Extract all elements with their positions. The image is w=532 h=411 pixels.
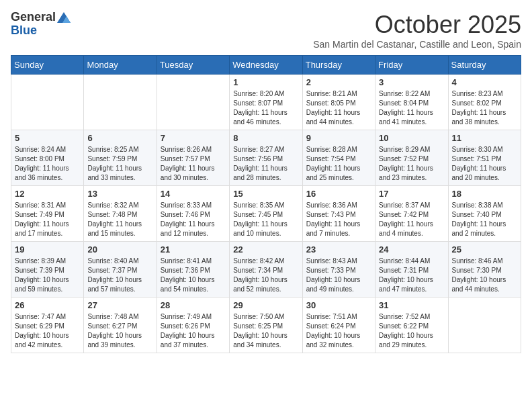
- calendar-cell: 21Sunrise: 8:41 AM Sunset: 7:36 PM Dayli…: [157, 242, 229, 298]
- calendar-week-row: 1Sunrise: 8:20 AM Sunset: 8:07 PM Daylig…: [11, 75, 521, 130]
- day-info: Sunrise: 8:25 AM Sunset: 7:59 PM Dayligh…: [87, 145, 152, 183]
- logo-general: General: [11, 11, 56, 24]
- calendar-cell: 6Sunrise: 8:25 AM Sunset: 7:59 PM Daylig…: [84, 130, 157, 186]
- day-info: Sunrise: 8:21 AM Sunset: 8:05 PM Dayligh…: [306, 89, 371, 127]
- day-info: Sunrise: 8:24 AM Sunset: 8:00 PM Dayligh…: [15, 145, 80, 183]
- calendar-cell: 29Sunrise: 7:50 AM Sunset: 6:25 PM Dayli…: [230, 298, 302, 353]
- day-number: 12: [15, 189, 80, 199]
- day-number: 23: [306, 244, 371, 255]
- calendar-cell: 13Sunrise: 8:32 AM Sunset: 7:48 PM Dayli…: [84, 186, 157, 242]
- calendar-cell: [84, 75, 157, 130]
- title-block: October 2025 San Martin del Castanar, Ca…: [313, 11, 521, 50]
- day-info: Sunrise: 8:44 AM Sunset: 7:31 PM Dayligh…: [379, 257, 444, 294]
- day-info: Sunrise: 8:39 AM Sunset: 7:39 PM Dayligh…: [15, 257, 80, 294]
- calendar-cell: 31Sunrise: 7:52 AM Sunset: 6:22 PM Dayli…: [375, 298, 448, 353]
- day-number: 21: [161, 244, 226, 255]
- day-info: Sunrise: 8:31 AM Sunset: 7:49 PM Dayligh…: [15, 201, 80, 238]
- calendar-table: SundayMondayTuesdayWednesdayThursdayFrid…: [11, 55, 521, 353]
- calendar-cell: 8Sunrise: 8:27 AM Sunset: 7:56 PM Daylig…: [230, 130, 302, 186]
- day-number: 22: [233, 244, 298, 255]
- logo: General Blue: [11, 11, 71, 38]
- day-number: 9: [306, 133, 371, 143]
- day-number: 16: [306, 189, 371, 199]
- day-number: 25: [452, 244, 517, 255]
- day-info: Sunrise: 8:36 AM Sunset: 7:43 PM Dayligh…: [306, 201, 371, 238]
- day-info: Sunrise: 7:52 AM Sunset: 6:22 PM Dayligh…: [379, 312, 444, 350]
- logo-icon: [57, 11, 71, 24]
- weekday-header-sunday: Sunday: [11, 56, 84, 75]
- day-info: Sunrise: 8:27 AM Sunset: 7:56 PM Dayligh…: [233, 145, 298, 183]
- day-number: 7: [161, 133, 226, 143]
- day-number: 10: [379, 133, 444, 143]
- calendar-cell: 4Sunrise: 8:23 AM Sunset: 8:02 PM Daylig…: [448, 75, 521, 130]
- calendar-week-row: 19Sunrise: 8:39 AM Sunset: 7:39 PM Dayli…: [11, 242, 521, 298]
- day-info: Sunrise: 8:38 AM Sunset: 7:40 PM Dayligh…: [452, 201, 517, 238]
- day-number: 17: [379, 189, 444, 199]
- calendar-cell: 23Sunrise: 8:43 AM Sunset: 7:33 PM Dayli…: [302, 242, 375, 298]
- calendar-cell: 12Sunrise: 8:31 AM Sunset: 7:49 PM Dayli…: [11, 186, 84, 242]
- day-number: 29: [233, 300, 298, 310]
- day-info: Sunrise: 8:41 AM Sunset: 7:36 PM Dayligh…: [161, 257, 226, 294]
- day-info: Sunrise: 7:50 AM Sunset: 6:25 PM Dayligh…: [233, 312, 298, 350]
- day-info: Sunrise: 8:43 AM Sunset: 7:33 PM Dayligh…: [306, 257, 371, 294]
- day-number: 6: [87, 133, 152, 143]
- day-info: Sunrise: 8:30 AM Sunset: 7:51 PM Dayligh…: [452, 145, 517, 183]
- day-number: 2: [306, 77, 371, 87]
- calendar-cell: 22Sunrise: 8:42 AM Sunset: 7:34 PM Dayli…: [230, 242, 302, 298]
- weekday-header-tuesday: Tuesday: [157, 56, 229, 75]
- calendar-cell: 2Sunrise: 8:21 AM Sunset: 8:05 PM Daylig…: [302, 75, 375, 130]
- weekday-header-row: SundayMondayTuesdayWednesdayThursdayFrid…: [11, 56, 521, 75]
- day-info: Sunrise: 8:22 AM Sunset: 8:04 PM Dayligh…: [379, 89, 444, 127]
- day-info: Sunrise: 8:26 AM Sunset: 7:57 PM Dayligh…: [161, 145, 226, 183]
- day-number: 20: [87, 244, 152, 255]
- calendar-week-row: 12Sunrise: 8:31 AM Sunset: 7:49 PM Dayli…: [11, 186, 521, 242]
- weekday-header-friday: Friday: [375, 56, 448, 75]
- calendar-cell: 1Sunrise: 8:20 AM Sunset: 8:07 PM Daylig…: [230, 75, 302, 130]
- weekday-header-wednesday: Wednesday: [230, 56, 302, 75]
- calendar-cell: 18Sunrise: 8:38 AM Sunset: 7:40 PM Dayli…: [448, 186, 521, 242]
- day-number: 30: [306, 300, 371, 310]
- calendar-cell: [11, 75, 84, 130]
- day-number: 8: [233, 133, 298, 143]
- calendar-cell: 10Sunrise: 8:29 AM Sunset: 7:52 PM Dayli…: [375, 130, 448, 186]
- calendar-cell: 15Sunrise: 8:35 AM Sunset: 7:45 PM Dayli…: [230, 186, 302, 242]
- day-info: Sunrise: 8:20 AM Sunset: 8:07 PM Dayligh…: [233, 89, 298, 127]
- calendar-cell: 16Sunrise: 8:36 AM Sunset: 7:43 PM Dayli…: [302, 186, 375, 242]
- weekday-header-monday: Monday: [84, 56, 157, 75]
- calendar-cell: 30Sunrise: 7:51 AM Sunset: 6:24 PM Dayli…: [302, 298, 375, 353]
- page-header: General Blue October 2025 San Martin del…: [11, 11, 521, 50]
- calendar-week-row: 5Sunrise: 8:24 AM Sunset: 8:00 PM Daylig…: [11, 130, 521, 186]
- day-number: 24: [379, 244, 444, 255]
- day-info: Sunrise: 8:46 AM Sunset: 7:30 PM Dayligh…: [452, 257, 517, 294]
- day-info: Sunrise: 8:37 AM Sunset: 7:42 PM Dayligh…: [379, 201, 444, 238]
- calendar-cell: 14Sunrise: 8:33 AM Sunset: 7:46 PM Dayli…: [157, 186, 229, 242]
- calendar-cell: 17Sunrise: 8:37 AM Sunset: 7:42 PM Dayli…: [375, 186, 448, 242]
- calendar-week-row: 26Sunrise: 7:47 AM Sunset: 6:29 PM Dayli…: [11, 298, 521, 353]
- day-info: Sunrise: 8:33 AM Sunset: 7:46 PM Dayligh…: [161, 201, 226, 238]
- day-number: 11: [452, 133, 517, 143]
- day-info: Sunrise: 8:23 AM Sunset: 8:02 PM Dayligh…: [452, 89, 517, 127]
- day-number: 4: [452, 77, 517, 87]
- day-info: Sunrise: 7:47 AM Sunset: 6:29 PM Dayligh…: [15, 312, 80, 350]
- calendar-cell: 3Sunrise: 8:22 AM Sunset: 8:04 PM Daylig…: [375, 75, 448, 130]
- day-info: Sunrise: 7:51 AM Sunset: 6:24 PM Dayligh…: [306, 312, 371, 350]
- calendar-cell: 5Sunrise: 8:24 AM Sunset: 8:00 PM Daylig…: [11, 130, 84, 186]
- day-info: Sunrise: 8:29 AM Sunset: 7:52 PM Dayligh…: [379, 145, 444, 183]
- weekday-header-saturday: Saturday: [448, 56, 521, 75]
- calendar-cell: 20Sunrise: 8:40 AM Sunset: 7:37 PM Dayli…: [84, 242, 157, 298]
- day-info: Sunrise: 8:40 AM Sunset: 7:37 PM Dayligh…: [87, 257, 152, 294]
- calendar-cell: 7Sunrise: 8:26 AM Sunset: 7:57 PM Daylig…: [157, 130, 229, 186]
- day-info: Sunrise: 8:42 AM Sunset: 7:34 PM Dayligh…: [233, 257, 298, 294]
- calendar-cell: 27Sunrise: 7:48 AM Sunset: 6:27 PM Dayli…: [84, 298, 157, 353]
- calendar-cell: 28Sunrise: 7:49 AM Sunset: 6:26 PM Dayli…: [157, 298, 229, 353]
- day-number: 14: [161, 189, 226, 199]
- day-number: 27: [87, 300, 152, 310]
- day-info: Sunrise: 7:48 AM Sunset: 6:27 PM Dayligh…: [87, 312, 152, 350]
- weekday-header-thursday: Thursday: [302, 56, 375, 75]
- calendar-cell: 11Sunrise: 8:30 AM Sunset: 7:51 PM Dayli…: [448, 130, 521, 186]
- day-number: 13: [87, 189, 152, 199]
- day-number: 18: [452, 189, 517, 199]
- day-number: 26: [15, 300, 80, 310]
- day-number: 3: [379, 77, 444, 87]
- calendar-cell: 24Sunrise: 8:44 AM Sunset: 7:31 PM Dayli…: [375, 242, 448, 298]
